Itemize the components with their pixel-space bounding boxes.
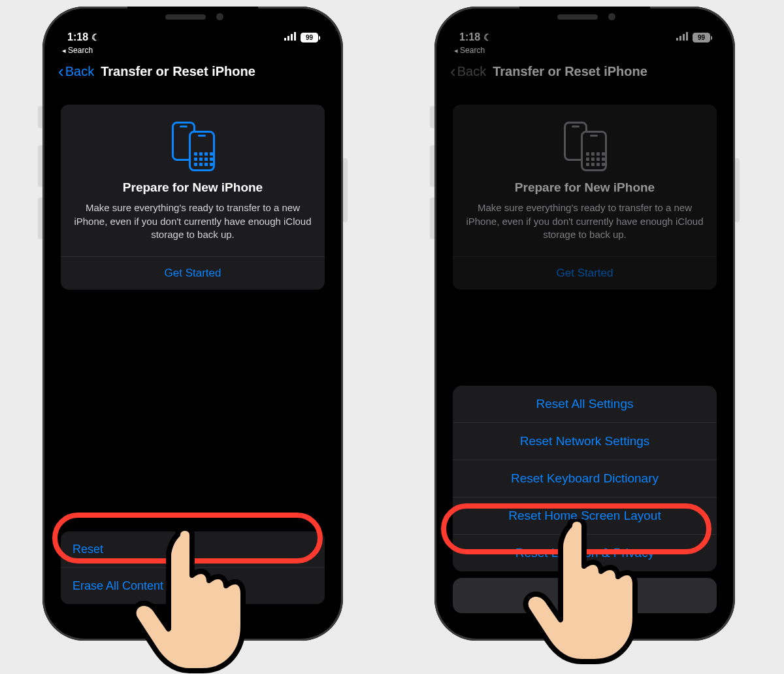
svg-rect-2 [291,34,293,41]
screen: 1:18 ☾ 99 Search ‹ Back Transfer or Rese… [444,16,726,632]
svg-rect-1 [287,36,289,41]
nav-bar: ‹ Back Transfer or Reset iPhone [52,59,334,89]
content: Prepare for New iPhone Make sure everyth… [52,89,334,632]
svg-rect-0 [284,38,286,41]
sheet-item-reset-keyboard-dictionary[interactable]: Reset Keyboard Dictionary [453,460,717,497]
sheet-item-reset-location-privacy[interactable]: Reset Location & Privacy [453,534,717,571]
power-button[interactable] [734,158,740,222]
signal-icon [676,31,689,43]
chevron-left-icon: ‹ [450,63,456,80]
page-title: Transfer or Reset iPhone [493,64,647,79]
sheet-item-reset-network-settings[interactable]: Reset Network Settings [453,422,717,460]
prepare-card: Prepare for New iPhone Make sure everyth… [61,105,325,290]
prepare-card: Prepare for New iPhone Make sure everyth… [453,105,717,290]
notch [519,7,650,27]
home-indicator[interactable] [536,623,634,626]
card-description: Make sure everything's ready to transfer… [74,201,312,242]
card-title: Prepare for New iPhone [74,180,312,195]
get-started-button[interactable]: Get Started [61,257,325,290]
reset-action-sheet: Reset All Settings Reset Network Setting… [453,386,717,613]
card-title: Prepare for New iPhone [466,180,704,195]
home-indicator[interactable] [144,623,242,626]
reset-row[interactable]: Reset [61,531,325,567]
sheet-cancel-button[interactable] [453,578,717,613]
battery-icon: 99 [301,33,318,42]
svg-rect-7 [686,32,688,41]
back-label: Back [457,64,486,79]
get-started-button: Get Started [453,257,717,290]
back-button: ‹ Back [450,63,486,80]
sheet-group: Reset All Settings Reset Network Setting… [453,386,717,571]
reset-list: Reset Erase All Content and Settings [61,531,325,604]
svg-rect-4 [676,38,678,41]
card-description: Make sure everything's ready to transfer… [466,201,704,242]
breadcrumb-back[interactable]: Search [444,44,726,59]
screen: 1:18 ☾ 99 Search ‹ Back Transfer or Rese… [52,16,334,632]
erase-all-row[interactable]: Erase All Content and Settings [61,567,325,604]
notch [127,7,258,27]
status-time: 1:18 [459,31,480,43]
back-button[interactable]: ‹ Back [58,63,94,80]
signal-icon [284,31,297,43]
battery-icon: 99 [693,33,710,42]
svg-rect-6 [683,34,685,41]
nav-bar: ‹ Back Transfer or Reset iPhone [444,59,726,89]
svg-rect-5 [679,36,681,41]
page-title: Transfer or Reset iPhone [101,64,255,79]
breadcrumb-back[interactable]: Search [52,44,334,59]
chevron-left-icon: ‹ [58,63,64,80]
transfer-iphones-icon [559,122,611,170]
phone-left: 1:18 ☾ 99 Search ‹ Back Transfer or Rese… [42,7,343,641]
phone-right: 1:18 ☾ 99 Search ‹ Back Transfer or Rese… [434,7,735,641]
transfer-iphones-icon [167,122,219,170]
status-time: 1:18 [67,31,88,43]
sheet-item-reset-all-settings[interactable]: Reset All Settings [453,386,717,422]
back-label: Back [65,64,94,79]
power-button[interactable] [342,158,348,222]
svg-rect-3 [294,32,296,41]
do-not-disturb-icon: ☾ [483,32,492,42]
sheet-item-reset-home-screen-layout[interactable]: Reset Home Screen Layout [453,497,717,534]
do-not-disturb-icon: ☾ [91,32,100,42]
